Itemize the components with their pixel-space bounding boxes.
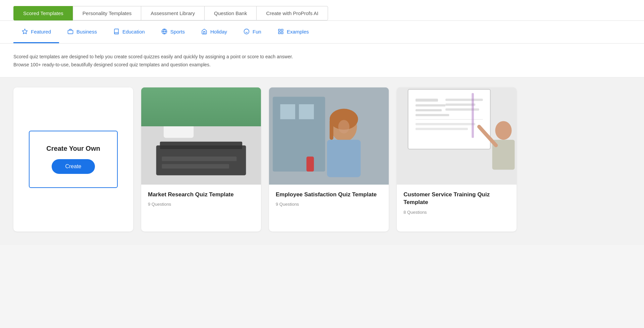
svg-rect-13 — [167, 108, 190, 109]
holiday-icon — [201, 28, 208, 35]
card-questions-customer-service: 8 Questions — [404, 210, 510, 215]
tab-assessment-library[interactable]: Assessment Library — [141, 6, 204, 20]
template-card-customer-service[interactable]: Customer Service Training Quiz Template … — [397, 87, 517, 232]
svg-rect-24 — [280, 104, 295, 119]
card-questions-market-research: 9 Questions — [148, 202, 254, 207]
template-card-market-research[interactable]: Market Research Quiz Template 9 Question… — [141, 87, 261, 232]
svg-rect-12 — [164, 104, 194, 138]
category-holiday[interactable]: Holiday — [193, 21, 235, 43]
template-card-employee-satisfaction[interactable]: Employee Satisfaction Quiz Template 9 Qu… — [269, 87, 389, 232]
card-title-customer-service: Customer Service Training Quiz Template — [404, 191, 510, 207]
create-own-title: Create Your Own — [46, 145, 100, 152]
create-button[interactable]: Create — [52, 159, 95, 174]
svg-rect-1 — [68, 30, 73, 34]
svg-rect-43 — [416, 128, 468, 130]
card-body-employee-satisfaction: Employee Satisfaction Quiz Template 9 Qu… — [269, 185, 389, 214]
svg-rect-11 — [141, 87, 261, 123]
svg-rect-25 — [299, 104, 314, 119]
book-icon — [113, 28, 120, 35]
svg-rect-29 — [330, 119, 333, 139]
svg-rect-39 — [445, 104, 475, 106]
sports-icon — [161, 28, 168, 35]
svg-rect-37 — [416, 114, 449, 116]
svg-point-45 — [495, 121, 512, 140]
category-education-label: Education — [122, 29, 145, 35]
card-title-market-research: Market Research Quiz Template — [148, 191, 254, 199]
svg-rect-15 — [167, 117, 188, 118]
cards-grid: Create Your Own Create — [13, 87, 517, 232]
svg-rect-35 — [416, 104, 445, 107]
svg-rect-34 — [416, 99, 438, 102]
svg-rect-40 — [445, 108, 479, 111]
svg-rect-19 — [162, 156, 236, 161]
category-navigation: Featured Business Education Sports — [0, 21, 644, 44]
svg-rect-6 — [278, 29, 280, 31]
top-navigation: Scored Templates Personality Templates A… — [0, 0, 644, 21]
briefcase-icon — [67, 28, 74, 35]
svg-rect-42 — [416, 123, 476, 125]
svg-point-16 — [205, 91, 227, 114]
card-body-customer-service: Customer Service Training Quiz Template … — [397, 185, 517, 222]
category-fun[interactable]: Fun — [235, 21, 269, 43]
svg-rect-20 — [162, 164, 229, 168]
svg-rect-7 — [281, 29, 283, 31]
category-education[interactable]: Education — [105, 21, 153, 43]
card-image-whiteboard — [397, 87, 517, 185]
svg-rect-36 — [416, 109, 442, 111]
fun-icon — [243, 28, 250, 35]
examples-icon — [277, 28, 284, 35]
svg-marker-0 — [22, 29, 28, 34]
tab-scored-templates[interactable]: Scored Templates — [13, 6, 73, 20]
category-featured-label: Featured — [31, 29, 51, 35]
category-examples[interactable]: Examples — [269, 21, 317, 43]
category-examples-label: Examples — [287, 29, 309, 35]
cards-section: Create Your Own Create — [0, 77, 644, 245]
svg-rect-44 — [472, 93, 474, 138]
svg-rect-18 — [160, 141, 242, 149]
svg-rect-31 — [307, 156, 314, 172]
tab-personality-templates[interactable]: Personality Templates — [73, 6, 141, 20]
category-fun-label: Fun — [253, 29, 261, 35]
tab-bar: Scored Templates Personality Templates A… — [13, 6, 631, 20]
description-line2: Browse 100+ ready-to-use, beautifully de… — [13, 61, 631, 69]
card-image-woman — [269, 87, 389, 185]
description-area: Scored quiz templates are designed to he… — [0, 44, 644, 77]
svg-rect-9 — [278, 32, 280, 34]
category-business-label: Business — [76, 29, 97, 35]
svg-rect-14 — [167, 112, 186, 114]
description-line1: Scored quiz templates are designed to he… — [13, 53, 631, 61]
card-body-market-research: Market Research Quiz Template 9 Question… — [141, 185, 261, 214]
card-title-employee-satisfaction: Employee Satisfaction Quiz Template — [276, 191, 382, 199]
category-sports[interactable]: Sports — [153, 21, 193, 43]
card-questions-employee-satisfaction: 9 Questions — [276, 202, 382, 207]
category-featured[interactable]: Featured — [13, 21, 59, 43]
tab-question-bank[interactable]: Question Bank — [204, 6, 256, 20]
category-sports-label: Sports — [170, 29, 185, 35]
svg-point-3 — [244, 29, 249, 34]
star-icon — [21, 28, 28, 35]
svg-rect-27 — [327, 140, 361, 177]
category-holiday-label: Holiday — [210, 29, 227, 35]
svg-point-30 — [338, 120, 349, 133]
svg-rect-38 — [445, 99, 483, 101]
tab-create-ai[interactable]: Create with ProProfs AI — [256, 6, 328, 20]
create-own-card[interactable]: Create Your Own Create — [13, 87, 133, 232]
create-inner-box: Create Your Own Create — [29, 131, 117, 188]
svg-rect-8 — [281, 32, 283, 34]
card-image-notebook — [141, 87, 261, 185]
category-business[interactable]: Business — [59, 21, 105, 43]
